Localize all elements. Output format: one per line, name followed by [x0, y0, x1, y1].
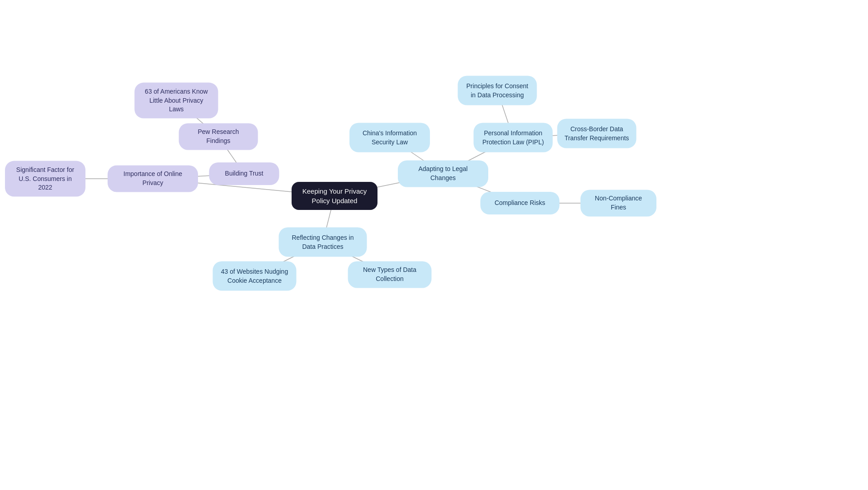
pew-research-node[interactable]: Pew Research Findings [179, 123, 258, 150]
china-law-node[interactable]: China's Information Security Law [349, 123, 430, 152]
pipl-node[interactable]: Personal Information Protection Law (PIP… [474, 123, 553, 152]
reflecting-changes-node[interactable]: Reflecting Changes in Data Practices [279, 228, 367, 257]
principles-consent-node[interactable]: Principles for Consent in Data Processin… [458, 76, 537, 105]
cookie-acceptance-node[interactable]: 43 of Websites Nudging Cookie Acceptance [213, 262, 297, 291]
building-trust-node[interactable]: Building Trust [209, 162, 279, 185]
importance-online-privacy-node[interactable]: Importance of Online Privacy [108, 165, 198, 192]
center-node[interactable]: Keeping Your Privacy Policy Updated [292, 182, 377, 210]
connections-svg [0, 0, 868, 490]
compliance-risks-node[interactable]: Compliance Risks [481, 192, 560, 214]
cross-border-node[interactable]: Cross-Border Data Transfer Requirements [557, 119, 637, 148]
new-data-types-node[interactable]: New Types of Data Collection [348, 261, 432, 288]
non-compliance-node[interactable]: Non-Compliance Fines [580, 190, 656, 216]
significant-factor-node[interactable]: Significant Factor for U.S. Consumers in… [5, 161, 85, 197]
americans-privacy-node[interactable]: 63 of Americans Know Little About Privac… [135, 83, 218, 119]
adapting-legal-node[interactable]: Adapting to Legal Changes [398, 160, 488, 187]
mindmap-container: Keeping Your Privacy Policy UpdatedImpor… [0, 0, 868, 490]
